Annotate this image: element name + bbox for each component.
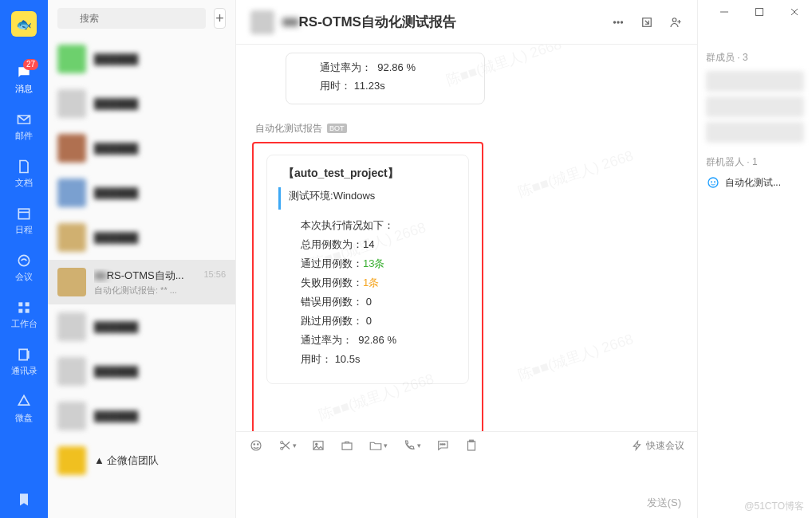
svg-point-18 <box>281 447 283 449</box>
bots-title: 群机器人 · 1 <box>706 155 804 169</box>
svg-rect-25 <box>468 441 475 450</box>
add-button[interactable]: + <box>214 8 226 29</box>
maximize-button[interactable] <box>742 0 777 24</box>
previous-message-bubble: 通过率为： 92.86 % 用时： 11.23s <box>286 53 485 104</box>
chat-icon[interactable] <box>436 438 450 453</box>
bot-name: 自动化测试... <box>725 176 781 190</box>
report-card[interactable]: 【auto_test_project】 测试环境:Windows 本次执行情况如… <box>266 155 469 384</box>
bot-badge: BOT <box>327 124 347 133</box>
folder-icon[interactable]: ▾ <box>369 438 388 453</box>
window-controls <box>707 0 812 24</box>
message-area: 陈■■(城里人) 2668 陈■■(城里人) 2668 陈■■(城里人) 266… <box>236 45 697 431</box>
bot-icon <box>706 175 720 190</box>
avatar <box>57 402 86 430</box>
avatar <box>57 134 86 163</box>
avatar <box>57 223 86 252</box>
member-row[interactable] <box>706 71 804 92</box>
mail-icon <box>15 111 33 128</box>
nav-label: 微盘 <box>15 412 33 424</box>
chat-list-item[interactable]: ██████ <box>48 37 235 81</box>
svg-rect-6 <box>26 309 30 313</box>
report-env: 测试环境:Windows <box>278 187 457 210</box>
report-message: 自动化测试报告 BOT 【auto_test_project】 测试环境:Win… <box>252 119 681 431</box>
compose-toolbar: ▾ ▾ ▾ 快速会议 <box>236 432 697 459</box>
nav-rail: 🐟 27 消息 邮件 文档 日程 会议 工作台 <box>0 0 48 518</box>
svg-point-10 <box>617 21 619 22</box>
compose-input[interactable] <box>236 459 697 492</box>
members-panel: 群成员 · 3 群机器人 · 1 自动化测试... <box>697 0 812 518</box>
avatar <box>57 446 86 475</box>
nav-workspace[interactable]: 工作台 <box>0 291 48 338</box>
chat-item-title: ■■RS-OTMS自动... <box>94 269 195 283</box>
send-button[interactable]: 发送(S) <box>647 496 681 510</box>
nav-contacts[interactable]: 通讯录 <box>0 338 48 385</box>
more-icon[interactable] <box>611 15 625 29</box>
contacts-icon <box>15 346 33 363</box>
nav-drive[interactable]: 微盘 <box>0 385 48 432</box>
avatar <box>57 179 86 207</box>
scissors-icon[interactable]: ▾ <box>278 438 297 453</box>
chat-list-item[interactable]: ██████ <box>48 394 235 438</box>
nav-label: 工作台 <box>11 318 37 330</box>
bookmark-icon <box>15 491 33 508</box>
docs-icon <box>15 158 33 175</box>
chat-item-title: ██████ <box>94 53 226 65</box>
phone-icon[interactable]: ▾ <box>402 438 421 453</box>
briefcase-icon[interactable] <box>340 438 354 453</box>
chat-item-title: ██████ <box>94 232 226 244</box>
svg-point-29 <box>714 181 715 182</box>
add-member-icon[interactable] <box>668 15 683 29</box>
svg-point-28 <box>711 181 712 182</box>
chat-avatar <box>250 10 274 34</box>
popout-icon[interactable] <box>640 15 654 29</box>
quick-meeting-button[interactable]: 快速会议 <box>632 439 684 453</box>
svg-rect-0 <box>18 209 29 219</box>
svg-point-15 <box>254 444 255 445</box>
report-card-highlight: 【auto_test_project】 测试环境:Windows 本次执行情况如… <box>252 142 483 431</box>
nav-mail[interactable]: 邮件 <box>0 103 48 150</box>
member-row[interactable] <box>706 96 804 117</box>
compose-area: ▾ ▾ ▾ 快速会议 发送(S) <box>236 431 697 518</box>
avatar <box>57 89 86 118</box>
nav-messages[interactable]: 27 消息 <box>0 56 48 103</box>
svg-point-24 <box>444 444 446 445</box>
svg-point-2 <box>18 255 29 265</box>
close-button[interactable] <box>777 0 812 24</box>
avatar <box>57 357 86 386</box>
chat-items: ██████████████████████████████■■RS-OTMS自… <box>48 37 235 518</box>
chat-list-item[interactable]: ■■RS-OTMS自动...自动化测试报告: ** ...15:56 <box>48 260 235 304</box>
nav-calendar[interactable]: 日程 <box>0 197 48 244</box>
search-input[interactable] <box>57 8 206 29</box>
chat-item-time: 15:56 <box>203 269 226 279</box>
svg-point-17 <box>281 441 283 444</box>
svg-point-20 <box>316 443 317 445</box>
chat-list-item[interactable]: ██████ <box>48 171 235 215</box>
svg-point-22 <box>440 444 442 445</box>
chat-list-item[interactable]: ▲ 企微信团队 <box>48 438 235 483</box>
chat-list-item[interactable]: ██████ <box>48 81 235 126</box>
svg-point-14 <box>251 441 261 450</box>
minimize-button[interactable] <box>707 0 742 24</box>
report-project: 【auto_test_project】 <box>278 167 457 181</box>
nav-more[interactable] <box>0 483 48 518</box>
emoji-icon[interactable] <box>249 438 263 453</box>
nav-meeting[interactable]: 会议 <box>0 244 48 291</box>
chat-header: ■■RS-OTMS自动化测试报告 <box>236 0 697 45</box>
avatar <box>57 45 86 73</box>
member-row[interactable] <box>706 122 804 143</box>
image-icon[interactable] <box>311 438 325 453</box>
chat-list-item[interactable]: ██████ <box>48 215 235 260</box>
nav-label: 邮件 <box>15 130 33 142</box>
chat-list-item[interactable]: ██████ <box>48 349 235 394</box>
nav-label: 消息 <box>15 83 33 95</box>
chat-list-item[interactable]: ██████ <box>48 304 235 349</box>
nav-label: 日程 <box>15 224 33 236</box>
chat-item-title: ██████ <box>94 98 226 110</box>
svg-rect-4 <box>26 302 30 306</box>
svg-point-27 <box>708 178 718 187</box>
chat-list-item[interactable]: ██████ <box>48 126 235 171</box>
nav-docs[interactable]: 文档 <box>0 150 48 197</box>
bot-row[interactable]: 自动化测试... <box>706 175 804 190</box>
chat-item-title: ██████ <box>94 410 226 422</box>
clipboard-icon[interactable] <box>464 438 479 453</box>
